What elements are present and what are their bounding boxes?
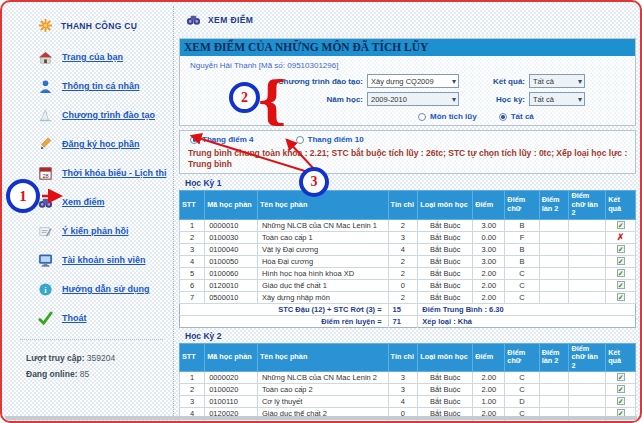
column-header: Điểm lần 2 (539, 343, 569, 372)
semester-value: Tất cả (533, 95, 554, 104)
sidebar-item-schedule[interactable]: 28 Thời khóa biểu - Lịch thi (38, 165, 173, 181)
radio-accumulated[interactable]: Môn tích lũy (418, 112, 477, 121)
sidebar-item-student-account[interactable]: Tài khoản sinh viên (38, 252, 173, 268)
total-label: STC Đậu (12) + STC Rớt (3) = (180, 303, 389, 315)
scale-box: Thang điểm 4 Thang điểm 10 Trung bình ch… (179, 130, 636, 174)
sidebar-item-feedback[interactable]: Ý kiến phản hồi (38, 223, 173, 239)
semester-select[interactable]: Tất cả (529, 92, 585, 106)
column-header: Tên học phần (257, 191, 388, 220)
radio-accumulated-label: Môn tích lũy (430, 112, 477, 121)
column-header: Tín chỉ (388, 343, 418, 372)
total-value: 71 (388, 315, 418, 327)
pencil-icon (38, 137, 53, 152)
column-header: Mã học phần (205, 343, 258, 372)
pass-icon: ✓ (617, 293, 625, 301)
column-header: STT (180, 191, 205, 220)
top-tab-bar: XEM ĐIỂM (176, 6, 636, 36)
table-row: 70500010Xây dựng nhập môn2Bắt Buộc2.00C✓ (180, 291, 636, 303)
logout-check-icon (38, 311, 53, 326)
sidebar-item-home[interactable]: Trang của bạn (38, 49, 173, 65)
table-row: 20100030Toán cao cấp 13Bắt Buộc0.00F✗ (180, 231, 636, 243)
column-header: Tín chỉ (388, 191, 418, 220)
result-select[interactable]: Tất cả (529, 74, 585, 88)
tab-xem-diem[interactable]: XEM ĐIỂM (186, 12, 636, 27)
info-icon: i (38, 282, 53, 297)
column-header: Điểm chữ (505, 343, 539, 372)
total-note: Xếp loại : Khá (418, 315, 636, 327)
toolbox-starburst-icon (38, 18, 53, 33)
sidebar-item-view-grades[interactable]: Xem điểm (38, 194, 173, 210)
semester1-table: STTMã học phầnTên học phầnTín chỉLoại mô… (179, 190, 636, 328)
semester2-title: Học Kỳ 2 (185, 331, 636, 341)
column-header: Loại môn học (418, 343, 473, 372)
tab-label: XEM ĐIỂM (208, 15, 253, 25)
calendar-icon: 28 (38, 166, 53, 181)
column-header: Điểm chữ lần 2 (569, 191, 606, 220)
radio-all-label: Tất cả (511, 112, 534, 121)
table-row: 10000020Những NLCB của CN Mac Lenin 23Bắ… (180, 372, 636, 384)
sidebar-item-logout[interactable]: Thoát (38, 310, 173, 326)
year-value: 2009-2010 (371, 95, 407, 104)
radio-all[interactable]: Tất cả (499, 112, 534, 121)
annotation-step-3: 3 (299, 167, 329, 197)
sidebar-header: THANH CÔNG CỤ (38, 18, 173, 33)
pass-icon: ✓ (617, 397, 625, 405)
radio-dot (418, 113, 426, 121)
sidebar-item-label: Tài khoản sinh viên (62, 255, 146, 265)
online-value: 85 (80, 369, 89, 379)
pass-icon: ✓ (617, 385, 625, 393)
monitor-icon (38, 253, 53, 268)
sidebar-item-course-registration[interactable]: Đăng ký học phần (38, 136, 173, 152)
pass-icon: ✓ (617, 281, 625, 289)
scale4-label: Thang điểm 4 (202, 135, 254, 144)
column-header: Kết quả (606, 343, 636, 372)
table-row: 20100020Toán cao cấp 23Bắt Buộc2.00C✓ (180, 384, 636, 396)
sidebar-item-label: Thời khóa biểu - Lịch thi (62, 168, 166, 178)
table-header-row: STTMã học phầnTên học phầnTín chỉLoại mô… (180, 343, 636, 372)
sidebar-header-label: THANH CÔNG CỤ (61, 21, 137, 31)
column-header: Loại môn học (418, 191, 473, 220)
sidebar-item-curriculum[interactable]: Chương trình đào tạo (38, 107, 173, 123)
sidebar-item-user-guide[interactable]: i Hướng dẫn sử dụng (38, 281, 173, 297)
column-header: Mã học phần (205, 191, 258, 220)
year-select[interactable]: 2009-2010 (367, 92, 459, 106)
semester-label: Học kỳ: (463, 95, 525, 104)
radio-scale-4[interactable]: Thang điểm 4 (190, 135, 254, 144)
sidebar-item-label: Ý kiến phản hồi (62, 226, 129, 236)
curriculum-icon (38, 108, 53, 123)
table-header-row: STTMã học phầnTên học phầnTín chỉLoại mô… (180, 191, 636, 220)
scale10-label: Thang điểm 10 (308, 135, 364, 144)
sidebar-item-label: Chương trình đào tạo (62, 110, 155, 120)
semester1-conduct-row: Điểm rèn luyện = 71 Xếp loại : Khá (180, 315, 636, 327)
column-header: Điểm (473, 191, 505, 220)
radio-scale-10[interactable]: Thang điểm 10 (296, 135, 364, 144)
fail-icon: ✗ (617, 232, 625, 242)
scale-radio-group: Thang điểm 4 Thang điểm 10 (188, 134, 630, 146)
table-row: 50120120Vẽ kỹ thuật2Bắt Buộc4.00A✓ (180, 420, 636, 423)
person-icon (38, 79, 53, 94)
grade-tables: Học Kỳ 1 STTMã học phầnTên học phầnTín c… (179, 178, 636, 423)
home-icon (38, 50, 53, 65)
radio-dot (499, 113, 507, 121)
pass-icon: ✓ (617, 257, 625, 265)
table-row: 30100110Cơ lý thuyết4Bắt Buộc1.00D✓ (180, 396, 636, 408)
program-select[interactable]: Xây dựng CQ2009 (367, 74, 459, 88)
pass-icon: ✓ (617, 245, 625, 253)
visits-value: 359204 (87, 353, 115, 363)
window-bottom-edge (5, 416, 637, 420)
total-note: Điểm Trung Bình : 6.30 (418, 303, 636, 315)
column-header: Điểm chữ lần 2 (569, 343, 606, 372)
gpa-summary: Trung bình chung toàn khóa : 2.21; STC b… (188, 148, 630, 170)
radio-dot (190, 136, 198, 144)
sidebar-item-label: Hướng dẫn sử dụng (62, 284, 149, 294)
column-header: STT (180, 343, 205, 372)
table-row: 40100050Hóa Đại cương2Bắt Buộc3.00B✓ (180, 255, 636, 267)
visit-stats: Lượt truy cập: 359204 Đang online: 85 (26, 350, 173, 382)
total-label: Điểm rèn luyện = (180, 315, 389, 327)
binoculars-icon (186, 12, 201, 27)
sidebar-item-personal-info[interactable]: Thông tin cá nhân (38, 78, 173, 94)
app-window: THANH CÔNG CỤ Trang của bạn Thông tin cá… (0, 0, 642, 423)
svg-text:28: 28 (42, 173, 48, 179)
radio-dot (296, 136, 304, 144)
sidebar: THANH CÔNG CỤ Trang của bạn Thông tin cá… (6, 6, 174, 418)
